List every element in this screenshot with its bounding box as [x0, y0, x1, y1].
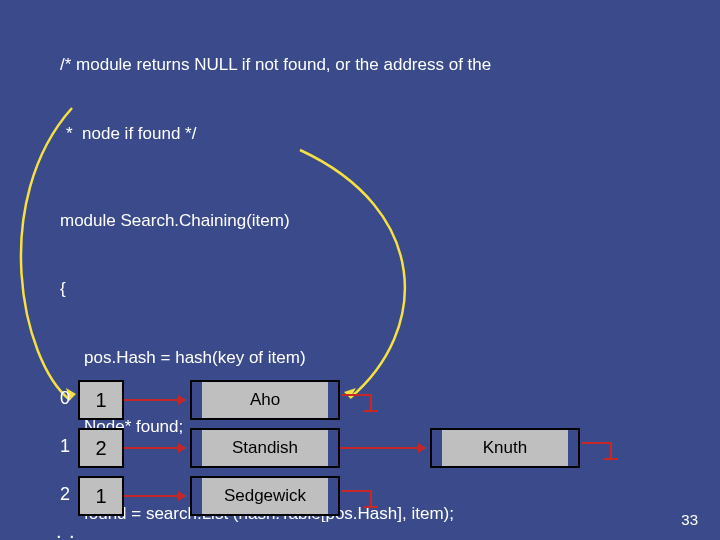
chain-node-label: Aho: [250, 390, 280, 410]
bucket-index: 0: [50, 388, 70, 409]
code-signature: module Search.Chaining(item): [60, 210, 491, 233]
chain-length-value: 2: [95, 437, 106, 460]
bucket-index: 2: [50, 484, 70, 505]
code-comment-l2: * node if found */: [66, 123, 491, 146]
chain-length-box: 1: [78, 380, 124, 420]
chain-node-label: Standish: [232, 438, 298, 458]
chain-length-box: 1: [78, 476, 124, 516]
chain-node: Aho: [190, 380, 340, 420]
chain-length-value: 1: [95, 389, 106, 412]
chain-node-label: Sedgewick: [224, 486, 306, 506]
chain-length-box: 2: [78, 428, 124, 468]
chain-node-label: Knuth: [483, 438, 527, 458]
chain-length-value: 1: [95, 485, 106, 508]
chain-node: Knuth: [430, 428, 580, 468]
slide-number: 33: [681, 511, 698, 528]
code-line-1: pos.Hash = hash(key of item): [84, 347, 491, 370]
code-brace-open: {: [60, 278, 491, 301]
chain-node: Standish: [190, 428, 340, 468]
code-comment-l1: /* module returns NULL if not found, or …: [60, 54, 491, 77]
chain-node: Sedgewick: [190, 476, 340, 516]
bucket-index: 1: [50, 436, 70, 457]
ellipsis-icon: . .: [56, 520, 76, 540]
